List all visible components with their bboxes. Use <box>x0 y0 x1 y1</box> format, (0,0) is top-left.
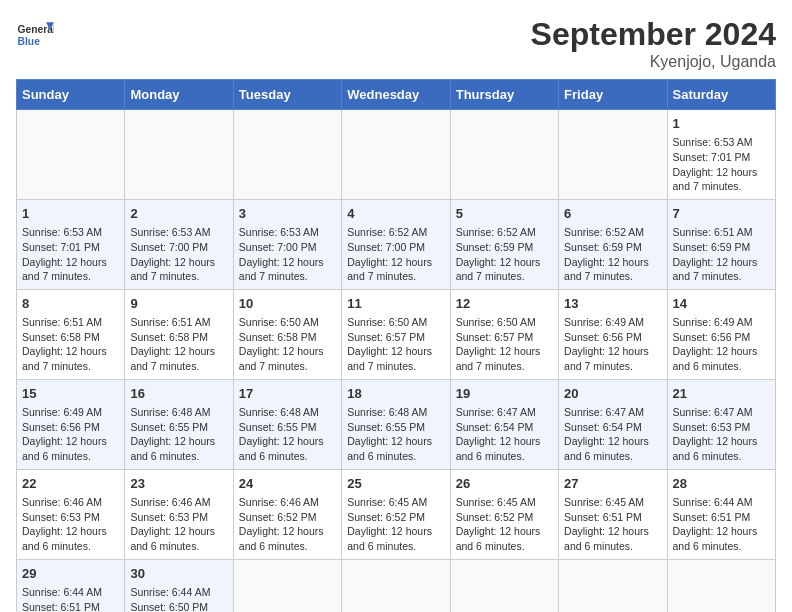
calendar-cell <box>233 110 341 200</box>
daylight-text: Daylight: 12 hours and 6 minutes. <box>130 435 215 462</box>
calendar-cell: 19Sunrise: 6:47 AMSunset: 6:54 PMDayligh… <box>450 379 558 469</box>
sunset-text: Sunset: 7:00 PM <box>239 241 317 253</box>
col-saturday: Saturday <box>667 80 775 110</box>
calendar-cell: 1Sunrise: 6:53 AMSunset: 7:01 PMDaylight… <box>667 110 775 200</box>
sunrise-text: Sunrise: 6:44 AM <box>130 586 210 598</box>
calendar-cell: 11Sunrise: 6:50 AMSunset: 6:57 PMDayligh… <box>342 289 450 379</box>
calendar-cell: 1Sunrise: 6:53 AMSunset: 7:01 PMDaylight… <box>17 199 125 289</box>
sunrise-text: Sunrise: 6:47 AM <box>456 406 536 418</box>
daylight-text: Daylight: 12 hours and 7 minutes. <box>456 256 541 283</box>
sunrise-text: Sunrise: 6:49 AM <box>564 316 644 328</box>
daylight-text: Daylight: 12 hours and 6 minutes. <box>456 525 541 552</box>
sunrise-text: Sunrise: 6:52 AM <box>347 226 427 238</box>
page-header: General Blue September 2024 Kyenjojo, Ug… <box>16 16 776 71</box>
calendar-cell: 8Sunrise: 6:51 AMSunset: 6:58 PMDaylight… <box>17 289 125 379</box>
sunset-text: Sunset: 6:52 PM <box>456 511 534 523</box>
daylight-text: Daylight: 12 hours and 7 minutes. <box>673 166 758 193</box>
day-number: 12 <box>456 295 553 313</box>
sunset-text: Sunset: 6:53 PM <box>130 511 208 523</box>
daylight-text: Daylight: 12 hours and 6 minutes. <box>22 525 107 552</box>
sunset-text: Sunset: 6:55 PM <box>239 421 317 433</box>
daylight-text: Daylight: 12 hours and 7 minutes. <box>130 256 215 283</box>
sunrise-text: Sunrise: 6:53 AM <box>673 136 753 148</box>
calendar-cell: 23Sunrise: 6:46 AMSunset: 6:53 PMDayligh… <box>125 469 233 559</box>
sunset-text: Sunset: 6:56 PM <box>673 331 751 343</box>
day-number: 17 <box>239 385 336 403</box>
calendar-cell: 29Sunrise: 6:44 AMSunset: 6:51 PMDayligh… <box>17 559 125 612</box>
sunrise-text: Sunrise: 6:47 AM <box>673 406 753 418</box>
daylight-text: Daylight: 12 hours and 7 minutes. <box>22 256 107 283</box>
col-thursday: Thursday <box>450 80 558 110</box>
col-wednesday: Wednesday <box>342 80 450 110</box>
calendar-cell <box>342 559 450 612</box>
calendar-cell: 25Sunrise: 6:45 AMSunset: 6:52 PMDayligh… <box>342 469 450 559</box>
daylight-text: Daylight: 12 hours and 6 minutes. <box>130 525 215 552</box>
calendar-row: 15Sunrise: 6:49 AMSunset: 6:56 PMDayligh… <box>17 379 776 469</box>
sunrise-text: Sunrise: 6:50 AM <box>347 316 427 328</box>
calendar-cell: 16Sunrise: 6:48 AMSunset: 6:55 PMDayligh… <box>125 379 233 469</box>
day-number: 6 <box>564 205 661 223</box>
day-number: 10 <box>239 295 336 313</box>
calendar-cell <box>233 559 341 612</box>
sunset-text: Sunset: 6:51 PM <box>564 511 642 523</box>
day-number: 25 <box>347 475 444 493</box>
sunset-text: Sunset: 6:57 PM <box>347 331 425 343</box>
day-number: 1 <box>22 205 119 223</box>
sunset-text: Sunset: 6:59 PM <box>564 241 642 253</box>
day-number: 20 <box>564 385 661 403</box>
sunset-text: Sunset: 6:53 PM <box>22 511 100 523</box>
sunrise-text: Sunrise: 6:47 AM <box>564 406 644 418</box>
sunset-text: Sunset: 6:56 PM <box>22 421 100 433</box>
sunrise-text: Sunrise: 6:46 AM <box>130 496 210 508</box>
sunset-text: Sunset: 6:54 PM <box>456 421 534 433</box>
daylight-text: Daylight: 12 hours and 6 minutes. <box>239 435 324 462</box>
sunrise-text: Sunrise: 6:48 AM <box>130 406 210 418</box>
daylight-text: Daylight: 12 hours and 7 minutes. <box>347 345 432 372</box>
calendar-cell: 24Sunrise: 6:46 AMSunset: 6:52 PMDayligh… <box>233 469 341 559</box>
sunrise-text: Sunrise: 6:49 AM <box>673 316 753 328</box>
calendar-cell <box>450 559 558 612</box>
daylight-text: Daylight: 12 hours and 7 minutes. <box>130 345 215 372</box>
calendar-cell: 9Sunrise: 6:51 AMSunset: 6:58 PMDaylight… <box>125 289 233 379</box>
sunset-text: Sunset: 6:58 PM <box>239 331 317 343</box>
calendar-cell: 7Sunrise: 6:51 AMSunset: 6:59 PMDaylight… <box>667 199 775 289</box>
day-number: 7 <box>673 205 770 223</box>
calendar-cell: 2Sunrise: 6:53 AMSunset: 7:00 PMDaylight… <box>125 199 233 289</box>
calendar-cell: 20Sunrise: 6:47 AMSunset: 6:54 PMDayligh… <box>559 379 667 469</box>
calendar-cell: 26Sunrise: 6:45 AMSunset: 6:52 PMDayligh… <box>450 469 558 559</box>
logo: General Blue <box>16 16 54 54</box>
calendar-cell: 13Sunrise: 6:49 AMSunset: 6:56 PMDayligh… <box>559 289 667 379</box>
sunrise-text: Sunrise: 6:45 AM <box>564 496 644 508</box>
sunrise-text: Sunrise: 6:44 AM <box>22 586 102 598</box>
sunrise-text: Sunrise: 6:44 AM <box>673 496 753 508</box>
sunrise-text: Sunrise: 6:45 AM <box>347 496 427 508</box>
daylight-text: Daylight: 12 hours and 7 minutes. <box>564 345 649 372</box>
calendar-table: Sunday Monday Tuesday Wednesday Thursday… <box>16 79 776 612</box>
header-row: Sunday Monday Tuesday Wednesday Thursday… <box>17 80 776 110</box>
sunset-text: Sunset: 7:01 PM <box>673 151 751 163</box>
calendar-cell <box>342 110 450 200</box>
calendar-row: 1Sunrise: 6:53 AMSunset: 7:01 PMDaylight… <box>17 110 776 200</box>
calendar-cell: 4Sunrise: 6:52 AMSunset: 7:00 PMDaylight… <box>342 199 450 289</box>
calendar-cell <box>125 110 233 200</box>
sunset-text: Sunset: 6:51 PM <box>22 601 100 612</box>
day-number: 29 <box>22 565 119 583</box>
day-number: 15 <box>22 385 119 403</box>
sunset-text: Sunset: 6:56 PM <box>564 331 642 343</box>
calendar-cell: 22Sunrise: 6:46 AMSunset: 6:53 PMDayligh… <box>17 469 125 559</box>
sunset-text: Sunset: 6:54 PM <box>564 421 642 433</box>
daylight-text: Daylight: 12 hours and 6 minutes. <box>673 525 758 552</box>
day-number: 2 <box>130 205 227 223</box>
calendar-cell: 6Sunrise: 6:52 AMSunset: 6:59 PMDaylight… <box>559 199 667 289</box>
sunset-text: Sunset: 6:53 PM <box>673 421 751 433</box>
title-block: September 2024 Kyenjojo, Uganda <box>531 16 776 71</box>
sunrise-text: Sunrise: 6:46 AM <box>22 496 102 508</box>
sunset-text: Sunset: 6:52 PM <box>239 511 317 523</box>
sunset-text: Sunset: 6:59 PM <box>673 241 751 253</box>
sunset-text: Sunset: 6:51 PM <box>673 511 751 523</box>
calendar-row: 8Sunrise: 6:51 AMSunset: 6:58 PMDaylight… <box>17 289 776 379</box>
sunrise-text: Sunrise: 6:48 AM <box>239 406 319 418</box>
logo-icon: General Blue <box>16 16 54 54</box>
sunrise-text: Sunrise: 6:53 AM <box>22 226 102 238</box>
sunset-text: Sunset: 7:00 PM <box>130 241 208 253</box>
